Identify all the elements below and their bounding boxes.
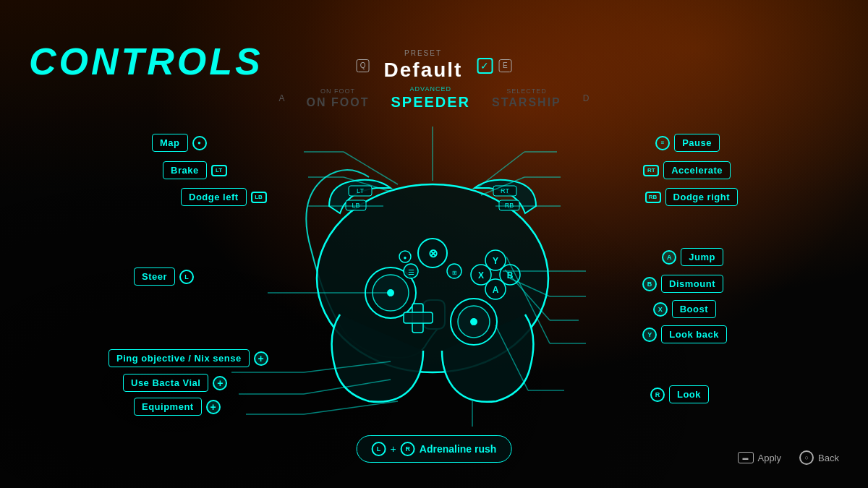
svg-point-5 [458, 306, 490, 338]
controller-section: ⊗ ☰ ⊞ Y X B A L [109, 112, 760, 437]
back-icon: ○ [799, 450, 814, 465]
dismount-badge: B [642, 277, 657, 291]
combo-label: Adrenaline rush [420, 443, 497, 455]
svg-point-1 [365, 267, 416, 318]
tab-navigation: A ON FOOT ON FOOT ADVANCED SPEEDER SELEC… [279, 85, 590, 111]
jump-badge: A [662, 250, 676, 265]
svg-rect-29 [493, 186, 516, 196]
svg-point-13 [447, 264, 461, 278]
jump-text: Jump [681, 248, 723, 266]
look-badge: R [650, 388, 665, 402]
tab-starship[interactable]: SELECTED STARSHIP [492, 87, 561, 109]
svg-text:LT: LT [357, 187, 364, 194]
look-text: Look [669, 385, 709, 403]
bottom-actions: ▬ Apply ○ Back [738, 450, 839, 465]
next-key-icon: E [498, 59, 511, 72]
look-back-badge: Y [642, 328, 657, 342]
next-preset-btn[interactable]: E [498, 59, 511, 72]
svg-rect-25 [499, 200, 519, 210]
svg-point-31 [399, 251, 411, 262]
equipment-text: Equipment [134, 398, 202, 416]
svg-point-9 [418, 239, 447, 267]
svg-line-57 [510, 278, 550, 296]
bacta-text: Use Bacta Vial [123, 374, 208, 392]
look-back-text: Look back [661, 325, 727, 343]
svg-line-61 [506, 257, 550, 343]
tab-speeder-sublabel: ADVANCED [410, 85, 451, 93]
boost-label: X Boost [653, 300, 716, 318]
steer-text: Steer [134, 267, 175, 286]
svg-line-45 [304, 380, 391, 394]
combo-separator: + [391, 443, 396, 455]
svg-point-0 [317, 184, 548, 372]
steer-label: Steer L [134, 267, 194, 286]
accelerate-text: Accelerate [663, 161, 731, 179]
svg-line-43 [304, 361, 391, 372]
apply-icon: ▬ [738, 452, 754, 463]
tab-on-foot-label: ON FOOT [307, 96, 370, 109]
svg-line-63 [495, 325, 528, 390]
main-content: CONTROLS Q PRESET Default ✓ E A ON FOOT … [0, 0, 868, 488]
prev-preset-btn[interactable]: Q [357, 59, 370, 72]
svg-rect-8 [404, 312, 433, 323]
back-action[interactable]: ○ Back [799, 450, 839, 465]
svg-text:X: X [478, 270, 484, 281]
pause-label: ≡ Pause [655, 134, 720, 152]
combo-section: L + R Adrenaline rush [357, 435, 512, 463]
svg-text:●: ● [404, 254, 407, 261]
svg-rect-23 [346, 200, 366, 210]
svg-point-15 [485, 250, 506, 270]
map-label: Map ● [152, 134, 207, 152]
look-back-label: Y Look back [642, 325, 727, 343]
steer-badge: L [179, 270, 194, 284]
tab-speeder[interactable]: ADVANCED SPEEDER [391, 85, 470, 111]
tab-starship-sublabel: SELECTED [506, 87, 547, 95]
svg-point-2 [373, 275, 409, 311]
bacta-label: Use Bacta Vial + [123, 374, 227, 392]
brake-text: Brake [163, 161, 207, 179]
apply-action[interactable]: ▬ Apply [738, 452, 782, 463]
map-text: Map [152, 134, 188, 152]
svg-rect-27 [349, 186, 372, 196]
map-badge: ● [192, 136, 207, 150]
svg-point-6 [470, 318, 477, 325]
combo-key1-badge: L [372, 442, 386, 456]
svg-line-35 [344, 152, 398, 184]
svg-text:LB: LB [352, 202, 359, 209]
ping-badge: + [254, 351, 268, 366]
preset-name: Default [384, 59, 463, 82]
svg-point-11 [404, 264, 418, 278]
svg-text:RT: RT [501, 187, 509, 194]
brake-badge: LT [211, 165, 227, 176]
svg-text:⊞: ⊞ [452, 270, 457, 276]
tab-on-foot-sublabel: ON FOOT [320, 87, 355, 95]
svg-point-21 [485, 279, 506, 299]
svg-line-59 [505, 270, 550, 320]
equipment-label: Equipment + [134, 398, 221, 416]
svg-line-37 [344, 177, 391, 192]
pause-text: Pause [674, 134, 720, 152]
boost-badge: X [653, 302, 668, 317]
pause-badge: ≡ [655, 136, 670, 150]
tab-key-A: A [279, 93, 285, 103]
ping-text: Ping objective / Nix sense [109, 349, 250, 367]
svg-text:L: L [389, 291, 393, 298]
dismount-label: B Dismount [642, 275, 723, 293]
svg-point-17 [471, 265, 491, 285]
dodge-left-text: Dodge left [181, 188, 247, 206]
tab-on-foot[interactable]: ON FOOT ON FOOT [307, 87, 370, 109]
svg-line-51 [481, 177, 524, 195]
svg-text:☰: ☰ [408, 268, 414, 276]
dodge-left-label: Dodge left LB [181, 188, 267, 206]
accelerate-label: RT Accelerate [643, 161, 731, 179]
dodge-right-badge: RB [645, 192, 661, 203]
combo-key2-icon: R [401, 442, 415, 456]
svg-text:RB: RB [505, 202, 514, 209]
svg-text:B: B [507, 270, 514, 281]
svg-point-19 [500, 265, 520, 285]
bacta-badge: + [213, 376, 227, 390]
svg-text:⊗: ⊗ [428, 247, 438, 260]
svg-text:A: A [493, 285, 499, 295]
svg-line-47 [304, 401, 398, 414]
preset-nav: Q PRESET Default ✓ E [357, 49, 512, 82]
